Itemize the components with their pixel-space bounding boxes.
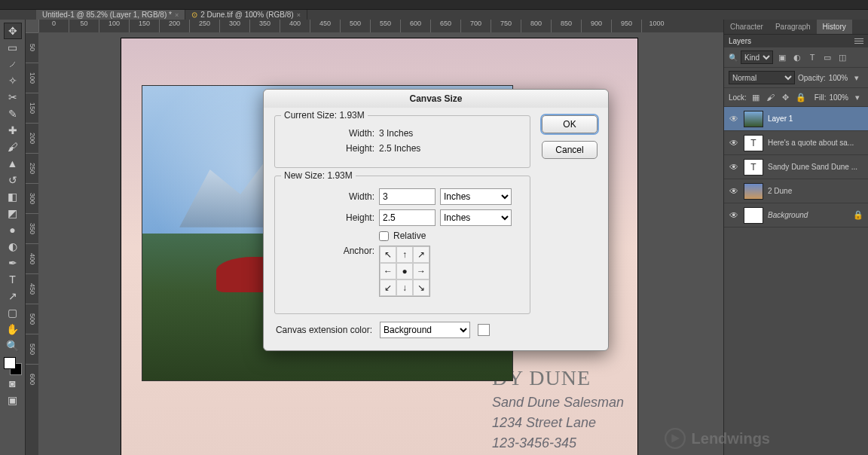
gradient-tool[interactable]: ◩ (4, 205, 22, 221)
blur-tool[interactable]: ● (4, 221, 22, 238)
shape-tool[interactable]: ▢ (4, 304, 22, 321)
watermark: Lendwings (665, 428, 770, 449)
lock-pos-icon[interactable]: ✥ (780, 91, 792, 103)
dodge-tool[interactable]: ◐ (4, 238, 22, 255)
lock-paint-icon[interactable]: 🖌 (765, 91, 777, 103)
width-unit-select[interactable]: Inches (440, 188, 512, 205)
layer-thumb: T (744, 135, 763, 151)
layer-row[interactable]: 👁TSandy Dune Sand Dune ... (724, 155, 868, 179)
anchor-ne[interactable]: ↗ (413, 246, 429, 263)
blend-mode-select[interactable]: Normal (729, 71, 795, 84)
eyedropper-tool[interactable]: ✎ (4, 105, 22, 122)
lock-icon: 🔒 (853, 210, 863, 220)
tab-history[interactable]: History (817, 20, 852, 34)
anchor-sw[interactable]: ↙ (380, 279, 396, 296)
wand-tool[interactable]: ✧ (4, 72, 22, 89)
stamp-tool[interactable]: ▲ (4, 155, 22, 172)
layer-name: 2 Dune (768, 187, 792, 195)
path-tool[interactable]: ↗ (4, 288, 22, 304)
filter-kind-select[interactable]: Kind (741, 50, 773, 64)
chevron-down-icon[interactable]: ▾ (851, 91, 863, 103)
tab-paragraph[interactable]: Paragraph (769, 20, 817, 34)
close-icon[interactable]: × (175, 11, 179, 19)
layer-name: Background (768, 211, 808, 219)
extension-color-chip[interactable] (478, 324, 490, 336)
move-tool[interactable]: ✥ (4, 23, 22, 39)
brush-tool[interactable]: 🖌 (4, 139, 22, 155)
layer-name: Layer 1 (768, 115, 793, 123)
tool-column: ✥ ▭ ⟋ ✧ ✂ ✎ ✚ 🖌 ▲ ↺ ◧ ◩ ● ◐ ✒ T ↗ ▢ ✋ 🔍 … (0, 20, 26, 455)
filter-adjust-icon[interactable]: ◐ (791, 51, 803, 63)
layer-thumb (744, 111, 763, 127)
anchor-c[interactable]: ● (396, 263, 413, 279)
filter-smart-icon[interactable]: ◫ (836, 51, 848, 63)
ok-button[interactable]: OK (542, 115, 598, 133)
heal-tool[interactable]: ✚ (4, 122, 22, 139)
relative-checkbox[interactable] (379, 231, 389, 241)
filter-shape-icon[interactable]: ▭ (821, 51, 833, 63)
panel-menu-icon[interactable] (854, 38, 863, 44)
visibility-icon[interactable]: 👁 (729, 186, 739, 197)
layer-thumb: T (744, 159, 763, 176)
anchor-s[interactable]: ↓ (396, 279, 413, 296)
history-brush-tool[interactable]: ↺ (4, 172, 22, 188)
layer-row[interactable]: 👁THere's a quote about sa... (724, 131, 868, 155)
anchor-e[interactable]: → (413, 263, 429, 279)
layer-name: Sandy Dune Sand Dune ... (768, 163, 857, 171)
screenmode-tool[interactable]: ▣ (4, 392, 22, 408)
height-unit-select[interactable]: Inches (440, 209, 512, 226)
lock-trans-icon[interactable]: ▦ (750, 91, 762, 103)
visibility-icon[interactable]: 👁 (729, 138, 739, 148)
extension-color-select[interactable]: Background (380, 322, 470, 338)
document-tabs: Untitled-1 @ 85.2% (Layer 1, RGB/8) *× ⊙… (0, 10, 868, 20)
pen-tool[interactable]: ✒ (4, 255, 22, 271)
doc-tab[interactable]: ⊙2 Dune.tif @ 100% (RGB/8)× (185, 10, 307, 20)
layer-name: Here's a quote about sa... (768, 139, 854, 147)
lasso-tool[interactable]: ⟋ (4, 56, 22, 72)
filter-pixel-icon[interactable]: ▣ (776, 51, 788, 63)
filter-type-icon[interactable]: T (806, 51, 818, 63)
doc-tab[interactable]: Untitled-1 @ 85.2% (Layer 1, RGB/8) *× (36, 10, 185, 20)
width-input[interactable] (379, 188, 436, 205)
dialog-title: Canvas Size (264, 90, 608, 108)
hand-tool[interactable]: ✋ (4, 321, 22, 337)
ruler-horizontal: 0501001502002503003504004505005506006507… (38, 20, 723, 32)
crop-tool[interactable]: ✂ (4, 89, 22, 105)
layer-filter-row: 🔍 Kind ▣ ◐ T ▭ ◫ (724, 47, 868, 68)
quickmask-tool[interactable]: ◙ (4, 375, 22, 392)
eraser-tool[interactable]: ◧ (4, 188, 22, 205)
visibility-icon[interactable]: 👁 (729, 162, 739, 173)
visibility-icon[interactable]: 👁 (729, 114, 739, 124)
current-size-group: Current Size: 1.93M Width:3 Inches Heigh… (274, 115, 530, 168)
layer-row[interactable]: 👁2 Dune (724, 179, 868, 203)
layer-row[interactable]: 👁Layer 1 (724, 107, 868, 131)
zoom-tool[interactable]: 🔍 (4, 337, 22, 354)
tab-character[interactable]: Character (724, 20, 769, 34)
canvas-size-dialog: Canvas Size OK Cancel Current Size: 1.93… (263, 89, 609, 351)
layer-thumb (744, 183, 763, 200)
chevron-down-icon[interactable]: ▾ (851, 72, 863, 84)
color-swatches[interactable] (4, 357, 22, 375)
marquee-tool[interactable]: ▭ (4, 39, 22, 56)
visibility-icon[interactable]: 👁 (729, 210, 739, 221)
anchor-nw[interactable]: ↖ (380, 246, 396, 263)
layer-row[interactable]: 👁Background🔒 (724, 203, 868, 228)
anchor-n[interactable]: ↑ (396, 246, 413, 263)
layers-list: 👁Layer 1👁THere's a quote about sa...👁TSa… (724, 107, 868, 455)
new-size-group: New Size: 1.93M Width: Inches Height: In… (274, 176, 530, 314)
cancel-button[interactable]: Cancel (542, 141, 598, 159)
anchor-w[interactable]: ← (380, 263, 396, 279)
fill-value[interactable]: 100% (829, 93, 848, 102)
close-icon[interactable]: × (297, 11, 301, 19)
anchor-grid: ↖↑↗ ←●→ ↙↓↘ (379, 246, 430, 297)
type-tool[interactable]: T (4, 271, 22, 288)
layer-thumb (744, 207, 763, 224)
opacity-value[interactable]: 100% (829, 74, 848, 82)
right-panels: Character Paragraph History Layers 🔍 Kin… (723, 20, 868, 455)
height-input[interactable] (379, 209, 436, 226)
lock-all-icon[interactable]: 🔒 (795, 91, 807, 103)
anchor-se[interactable]: ↘ (413, 279, 429, 296)
layers-panel-tab[interactable]: Layers (729, 37, 751, 45)
ruler-vertical: 50100150200250300350400450500550600 (26, 32, 38, 455)
